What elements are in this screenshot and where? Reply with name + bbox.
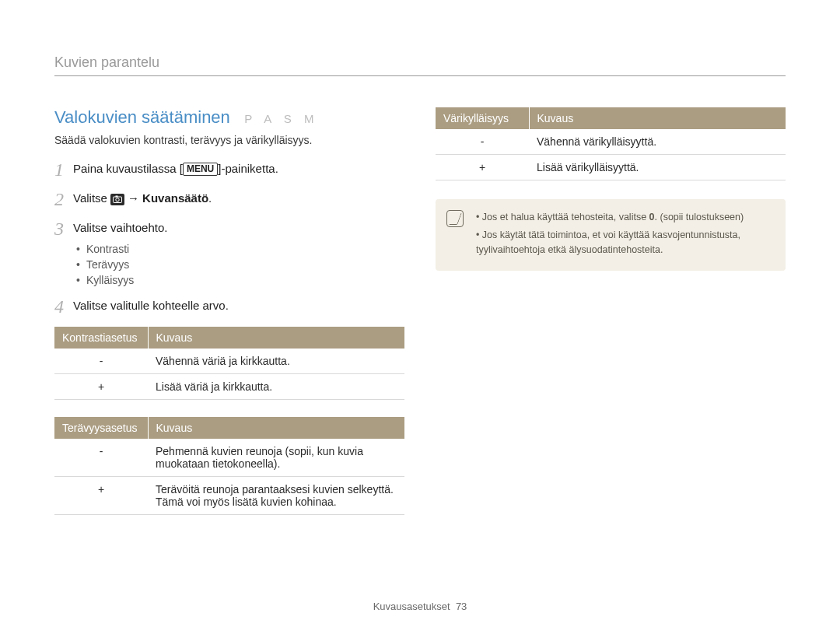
intro-text: Säädä valokuvien kontrasti, terävyys ja …: [54, 134, 404, 146]
mode-indicator: P A S M: [244, 112, 318, 125]
th-contrast-setting: Kontrastiasetus: [54, 327, 148, 349]
step-4-text: Valitse valitulle kohteelle arvo.: [73, 297, 229, 312]
cell-val: Vähennä värikylläisyyttä.: [529, 129, 786, 155]
step-number: 1: [54, 160, 73, 179]
cell-key: -: [436, 129, 529, 155]
step-number: 3: [54, 219, 73, 238]
cell-val: Lisää värikylläisyyttä.: [529, 155, 786, 180]
step-2-end: .: [208, 191, 212, 205]
step-4: 4 Valitse valitulle kohteelle arvo.: [54, 297, 404, 316]
cell-key: +: [54, 374, 148, 400]
note-1-a: Jos et halua käyttää tehosteita, valitse: [482, 212, 649, 222]
note-box: Jos et halua käyttää tehosteita, valitse…: [436, 199, 786, 271]
footer-page-number: 73: [456, 601, 467, 612]
th-saturation: Värikylläisyys: [436, 107, 529, 129]
note-item: Jos käytät tätä toimintoa, et voi käyttä…: [476, 228, 773, 257]
step-3: 3 Valitse vaihtoehto.: [54, 219, 404, 238]
cell-val: Terävöitä reunoja parantaaksesi kuvien s…: [148, 477, 404, 515]
cell-key: -: [54, 439, 148, 477]
step-2: 2 Valitse →Kuvansäätö.: [54, 190, 404, 208]
step-1: 1 Paina kuvaustilassa [MENU]-painiketta.: [54, 160, 404, 179]
table-row: - Pehmennä kuvien reunoja (sopii, kun ku…: [54, 439, 404, 477]
menu-button-label: MENU: [183, 163, 218, 176]
step-1-text-b: ]-painiketta.: [218, 162, 278, 175]
th-sharpness-setting: Terävyysasetus: [54, 417, 148, 439]
svg-point-1: [116, 198, 119, 201]
th-description: Kuvaus: [148, 327, 404, 349]
th-description: Kuvaus: [148, 417, 404, 439]
svg-rect-2: [116, 196, 118, 198]
section-heading: Valokuvien säätäminen: [54, 107, 230, 127]
contrast-table: Kontrastiasetus Kuvaus - Vähennä väriä j…: [54, 327, 404, 400]
sharpness-table: Terävyysasetus Kuvaus - Pehmennä kuvien …: [54, 417, 404, 515]
breadcrumb: Kuvien parantelu: [54, 54, 786, 76]
th-description: Kuvaus: [529, 107, 786, 129]
saturation-table: Värikylläisyys Kuvaus - Vähennä värikyll…: [436, 107, 786, 180]
right-column: Värikylläisyys Kuvaus - Vähennä värikyll…: [436, 107, 786, 532]
step-number: 4: [54, 297, 73, 316]
table-row: - Vähennä väriä ja kirkkautta.: [54, 349, 404, 374]
table-row: + Lisää värikylläisyyttä.: [436, 155, 786, 180]
list-item: Kontrasti: [76, 243, 404, 255]
table-row: - Vähennä värikylläisyyttä.: [436, 129, 786, 155]
step-2-text-a: Valitse: [73, 191, 110, 205]
step-1-text-a: Paina kuvaustilassa [: [73, 162, 183, 175]
cell-val: Pehmennä kuvien reunoja (sopii, kun kuvi…: [148, 439, 404, 477]
step-number: 2: [54, 190, 73, 208]
note-1-bold: 0: [649, 212, 655, 222]
page-footer: Kuvausasetukset 73: [0, 601, 840, 612]
cell-val: Lisää väriä ja kirkkautta.: [148, 374, 404, 400]
step-2-bold: Kuvansäätö: [142, 191, 208, 205]
left-column: Valokuvien säätäminen P A S M Säädä valo…: [54, 107, 404, 532]
arrow-icon: →: [128, 191, 139, 205]
cell-key: +: [54, 477, 148, 515]
camera-icon: [110, 194, 124, 205]
footer-section: Kuvausasetukset: [373, 601, 450, 612]
note-item: Jos et halua käyttää tehosteita, valitse…: [476, 210, 773, 225]
cell-key: -: [54, 349, 148, 374]
table-row: + Terävöitä reunoja parantaaksesi kuvien…: [54, 477, 404, 515]
options-list: Kontrasti Terävyys Kylläisyys: [76, 243, 404, 286]
step-3-text: Valitse vaihtoehto.: [73, 219, 167, 234]
list-item: Kylläisyys: [76, 274, 404, 286]
cell-key: +: [436, 155, 529, 180]
cell-val: Vähennä väriä ja kirkkautta.: [148, 349, 404, 374]
table-row: + Lisää väriä ja kirkkautta.: [54, 374, 404, 400]
note-icon: [446, 210, 464, 227]
list-item: Terävyys: [76, 258, 404, 271]
note-1-b: . (sopii tulostukseen): [655, 212, 744, 222]
